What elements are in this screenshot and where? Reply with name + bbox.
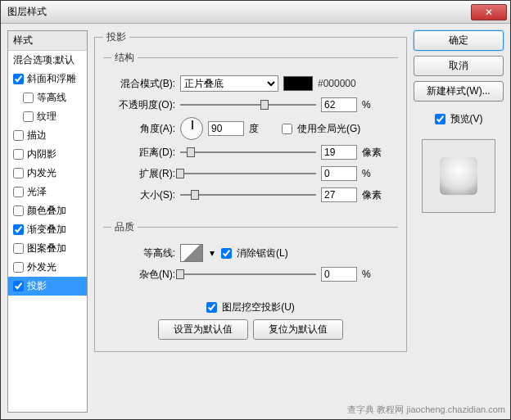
noise-input[interactable]: [321, 267, 357, 282]
spread-unit: %: [362, 168, 390, 179]
knockout-label: 图层挖空投影(U): [222, 300, 295, 314]
angle-input[interactable]: [208, 121, 244, 136]
structure-group: 结构 混合模式(B): 正片叠底 #000000 不透明度(O): %: [103, 51, 398, 215]
sidebar-label-8: 渐变叠加: [27, 223, 66, 237]
structure-legend: 结构: [111, 51, 138, 65]
close-button[interactable]: ✕: [471, 4, 507, 20]
size-slider[interactable]: [180, 188, 316, 201]
sidebar-item-6[interactable]: 光泽: [8, 183, 87, 201]
sidebar-checkbox-0[interactable]: [13, 74, 24, 84]
sidebar-label-6: 光泽: [27, 185, 47, 199]
angle-label: 角度(A):: [111, 122, 175, 136]
noise-unit: %: [362, 269, 390, 280]
sidebar-checkbox-2[interactable]: [23, 111, 34, 122]
blend-mode-label: 混合模式(B):: [111, 77, 175, 91]
preview-checkbox[interactable]: [435, 114, 445, 124]
set-default-button[interactable]: 设置为默认值: [158, 319, 248, 340]
titlebar[interactable]: 图层样式 ✕: [1, 1, 510, 24]
knockout-checkbox[interactable]: [206, 302, 217, 313]
new-style-button[interactable]: 新建样式(W)...: [414, 81, 504, 102]
sidebar-label-4: 内阴影: [27, 147, 57, 161]
sidebar-checkbox-8[interactable]: [13, 224, 24, 235]
sidebar-item-3[interactable]: 描边: [8, 126, 87, 145]
distance-slider[interactable]: [180, 146, 316, 159]
sidebar-item-8[interactable]: 渐变叠加: [8, 220, 87, 239]
right-panel: 确定 取消 新建样式(W)... 预览(V): [414, 30, 504, 413]
sidebar-blending-options[interactable]: 混合选项:默认: [8, 51, 87, 70]
antialias-label: 消除锯齿(L): [237, 246, 288, 260]
opacity-slider[interactable]: [180, 98, 316, 111]
noise-label: 杂色(N):: [111, 268, 175, 282]
sidebar-label-11: 投影: [27, 279, 47, 293]
sidebar-label-0: 斜面和浮雕: [27, 72, 76, 86]
opacity-input[interactable]: [321, 97, 357, 112]
sidebar-label-5: 内发光: [27, 166, 57, 180]
ok-button[interactable]: 确定: [414, 30, 504, 51]
contour-dropdown-icon[interactable]: ▾: [208, 247, 216, 259]
sidebar-label-1: 等高线: [37, 91, 66, 105]
size-input[interactable]: [321, 187, 357, 202]
sidebar-checkbox-7[interactable]: [13, 205, 24, 216]
contour-label: 等高线:: [111, 246, 175, 260]
sidebar-item-1[interactable]: 等高线: [8, 88, 87, 107]
sidebar-item-10[interactable]: 外发光: [8, 258, 87, 277]
sidebar-item-0[interactable]: 斜面和浮雕: [8, 70, 87, 88]
reset-default-button[interactable]: 复位为默认值: [253, 319, 343, 340]
distance-unit: 像素: [362, 146, 390, 160]
sidebar-checkbox-1[interactable]: [23, 93, 34, 103]
angle-unit: 度: [249, 122, 277, 136]
preview-box: [422, 139, 495, 213]
sidebar-label-3: 描边: [27, 129, 47, 142]
sidebar-label-9: 图案叠加: [27, 242, 66, 255]
sidebar-item-5[interactable]: 内发光: [8, 164, 87, 183]
angle-dial[interactable]: [180, 117, 203, 140]
sidebar-checkbox-5[interactable]: [13, 168, 24, 178]
noise-slider[interactable]: [180, 268, 316, 281]
sidebar-item-7[interactable]: 颜色叠加: [8, 201, 87, 220]
distance-label: 距离(D):: [111, 146, 175, 160]
panel-title: 投影: [103, 30, 129, 44]
sidebar-label-2: 纹理: [37, 110, 57, 124]
sidebar-label-7: 颜色叠加: [27, 204, 66, 218]
spread-label: 扩展(R):: [111, 167, 175, 181]
drop-shadow-panel: 投影 结构 混合模式(B): 正片叠底 #000000 不透明度(O): %: [94, 30, 407, 352]
sidebar-checkbox-11[interactable]: [13, 281, 24, 291]
sidebar-checkbox-4[interactable]: [13, 149, 24, 160]
sidebar-checkbox-3[interactable]: [13, 130, 24, 141]
cancel-button[interactable]: 取消: [414, 56, 504, 76]
quality-group: 品质 等高线: ▾ 消除锯齿(L) 杂色(N): %: [103, 220, 398, 295]
window-title: 图层样式: [4, 5, 471, 19]
antialias-checkbox[interactable]: [221, 248, 232, 259]
sidebar-item-9[interactable]: 图案叠加: [8, 239, 87, 258]
spread-input[interactable]: [321, 166, 357, 181]
size-unit: 像素: [362, 188, 390, 202]
preview-swatch: [440, 157, 477, 195]
sidebar-checkbox-9[interactable]: [13, 243, 24, 254]
color-hex: #000000: [318, 78, 356, 89]
sidebar-item-4[interactable]: 内阴影: [8, 145, 87, 164]
main-panel: 投影 结构 混合模式(B): 正片叠底 #000000 不透明度(O): %: [94, 30, 407, 413]
watermark: 查字典 教程网 jiaocheng.chazidian.com: [347, 404, 505, 416]
distance-input[interactable]: [321, 145, 357, 160]
global-light-label: 使用全局光(G): [297, 122, 360, 136]
sidebar-header[interactable]: 样式: [8, 31, 87, 51]
quality-legend: 品质: [111, 220, 138, 234]
sidebar-checkbox-10[interactable]: [13, 262, 24, 273]
opacity-label: 不透明度(O):: [111, 98, 175, 112]
blend-mode-select[interactable]: 正片叠底: [180, 75, 278, 92]
preview-label: 预览(V): [450, 112, 483, 126]
effects-sidebar: 样式 混合选项:默认 斜面和浮雕等高线纹理描边内阴影内发光光泽颜色叠加渐变叠加图…: [7, 30, 88, 413]
contour-picker[interactable]: [180, 244, 203, 262]
sidebar-item-11[interactable]: 投影: [8, 277, 87, 296]
layer-style-dialog: 图层样式 ✕ 样式 混合选项:默认 斜面和浮雕等高线纹理描边内阴影内发光光泽颜色…: [0, 0, 511, 420]
spread-slider[interactable]: [180, 167, 316, 180]
sidebar-label-10: 外发光: [27, 260, 57, 274]
size-label: 大小(S):: [111, 188, 175, 202]
sidebar-item-2[interactable]: 纹理: [8, 107, 87, 126]
global-light-checkbox[interactable]: [282, 124, 292, 134]
color-swatch[interactable]: [283, 76, 313, 91]
opacity-unit: %: [362, 99, 390, 111]
close-icon: ✕: [485, 7, 493, 18]
sidebar-checkbox-6[interactable]: [13, 187, 24, 197]
